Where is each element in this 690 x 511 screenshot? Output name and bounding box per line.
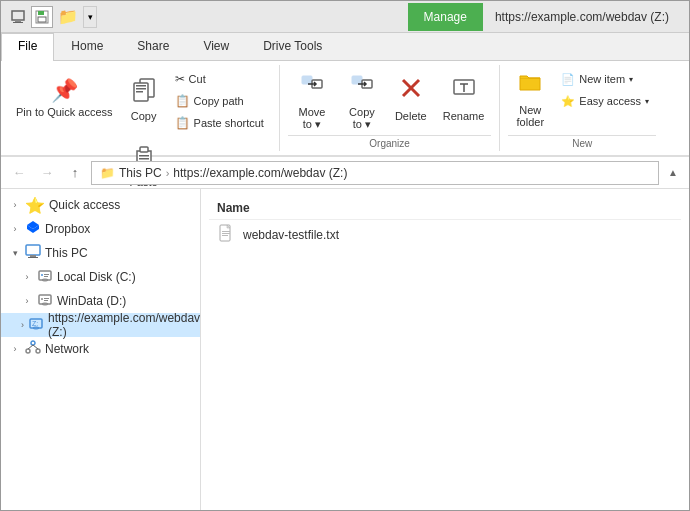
svg-point-31 xyxy=(41,274,43,276)
new-item-button[interactable]: 📄 New item ▾ xyxy=(554,69,656,89)
tab-file[interactable]: File xyxy=(1,33,54,61)
up-button[interactable]: ↑ xyxy=(63,161,87,185)
chevron-webdav-z: › xyxy=(21,319,24,331)
title-bar-icons: 📁 ▾ xyxy=(9,6,97,28)
svg-rect-13 xyxy=(139,155,149,157)
svg-rect-38 xyxy=(44,300,48,301)
table-row[interactable]: webdav-testfile.txt xyxy=(209,220,681,250)
title-url: https://example.com/webdav (Z:) xyxy=(483,10,681,24)
sidebar-item-local-disk-c[interactable]: › Local Disk (C:) xyxy=(1,265,200,289)
svg-rect-4 xyxy=(38,11,44,15)
copy-button[interactable]: Copy xyxy=(122,67,166,133)
name-column-header: Name xyxy=(217,201,250,215)
organize-group: Move to ▾ Copy to ▾ xyxy=(280,65,500,151)
svg-line-45 xyxy=(28,345,33,349)
chevron-windata-d: › xyxy=(21,295,33,307)
dropbox-icon xyxy=(25,219,41,239)
back-button[interactable]: ← xyxy=(7,161,31,185)
chevron-dropbox: › xyxy=(9,223,21,235)
svg-rect-32 xyxy=(44,274,49,275)
svg-point-42 xyxy=(31,341,35,345)
forward-button[interactable]: → xyxy=(35,161,59,185)
folder-icon: 📁 xyxy=(57,6,79,28)
svg-rect-16 xyxy=(302,76,312,84)
save-icon[interactable] xyxy=(31,6,53,28)
delete-button[interactable]: Delete xyxy=(388,65,434,131)
rename-icon xyxy=(450,74,478,108)
sidebar-item-this-pc[interactable]: ▾ This PC xyxy=(1,241,200,265)
collapse-button[interactable]: ▲ xyxy=(663,163,683,183)
ribbon: 📌 Pin to Quick access Co xyxy=(1,61,689,157)
copy-path-button[interactable]: 📋 Copy path xyxy=(168,91,271,111)
tab-drive-tools[interactable]: Drive Tools xyxy=(246,33,339,61)
svg-rect-48 xyxy=(222,231,230,232)
copy-icon xyxy=(132,78,156,108)
manage-tab[interactable]: Manage xyxy=(408,3,483,31)
svg-rect-10 xyxy=(136,91,143,93)
file-name: webdav-testfile.txt xyxy=(243,228,339,242)
svg-rect-28 xyxy=(28,257,38,258)
move-to-icon xyxy=(298,70,326,104)
svg-rect-26 xyxy=(26,245,40,255)
path-separator-1: › xyxy=(166,167,170,179)
paste-shortcut-button[interactable]: 📋 Paste shortcut xyxy=(168,113,271,133)
clipboard-group: 📌 Pin to Quick access Co xyxy=(1,65,280,151)
move-to-button[interactable]: Move to ▾ xyxy=(288,65,336,131)
svg-rect-0 xyxy=(12,11,24,20)
svg-point-44 xyxy=(36,349,40,353)
file-icon xyxy=(217,224,235,246)
local-disk-c-icon xyxy=(37,267,53,287)
svg-line-46 xyxy=(33,345,38,349)
sidebar-item-windata-d[interactable]: › WinData (D:) xyxy=(1,289,200,313)
address-bar: ← → ↑ 📁 This PC › https://example.com/we… xyxy=(1,157,689,189)
tab-home[interactable]: Home xyxy=(54,33,120,61)
svg-rect-50 xyxy=(222,235,228,236)
new-folder-button[interactable]: Newfolder xyxy=(508,65,552,131)
tab-share[interactable]: Share xyxy=(120,33,186,61)
svg-text:Z:: Z: xyxy=(32,320,38,327)
new-group: Newfolder 📄 New item ▾ ⭐ Easy access ▾ N… xyxy=(500,65,664,151)
copy-path-icon: 📋 xyxy=(175,94,190,108)
sidebar-item-quick-access[interactable]: › ⭐ Quick access xyxy=(1,193,200,217)
this-pc-icon xyxy=(25,243,41,263)
network-icon xyxy=(25,339,41,359)
path-webdav: https://example.com/webdav (Z:) xyxy=(173,166,347,180)
quick-access-icon: ⭐ xyxy=(25,196,45,215)
tab-view[interactable]: View xyxy=(186,33,246,61)
sidebar-item-webdav-z[interactable]: › Z: https://example.com/webdav (Z:) xyxy=(1,313,200,337)
toolbar-dropdown[interactable]: ▾ xyxy=(83,6,97,28)
path-folder-icon: 📁 xyxy=(100,166,115,180)
pin-to-quick-access-button[interactable]: 📌 Pin to Quick access xyxy=(9,65,120,131)
windata-d-icon xyxy=(37,291,53,311)
new-label: New xyxy=(508,135,656,151)
svg-rect-27 xyxy=(30,255,36,257)
rename-button[interactable]: Rename xyxy=(436,65,492,131)
cut-button[interactable]: ✂ Cut xyxy=(168,69,271,89)
chevron-this-pc: ▾ xyxy=(9,247,21,259)
file-area: Name webdav-testfile.txt xyxy=(201,189,689,511)
svg-rect-8 xyxy=(136,85,146,87)
ribbon-tabs: File Home Share View Drive Tools xyxy=(1,33,689,61)
svg-rect-18 xyxy=(352,76,362,84)
copy-to-button[interactable]: Copy to ▾ xyxy=(338,65,386,131)
main-layout: › ⭐ Quick access › Dropbox ▾ xyxy=(1,189,689,511)
file-list-header: Name xyxy=(209,197,681,220)
pin-icon: 📌 xyxy=(51,78,78,104)
organize-label: Organize xyxy=(288,135,491,151)
new-item-icon: 📄 xyxy=(561,73,575,86)
paste-shortcut-icon: 📋 xyxy=(175,116,190,130)
svg-rect-33 xyxy=(44,276,48,277)
chevron-local-disk-c: › xyxy=(21,271,33,283)
svg-rect-49 xyxy=(222,233,230,234)
chevron-quick-access: › xyxy=(9,199,21,211)
quick-access-toolbar-icon xyxy=(9,8,27,26)
path-this-pc: This PC xyxy=(119,166,162,180)
webdav-z-icon: Z: xyxy=(28,315,44,335)
sidebar-item-dropbox[interactable]: › Dropbox xyxy=(1,217,200,241)
svg-rect-14 xyxy=(139,158,149,160)
delete-icon xyxy=(397,74,425,108)
address-path[interactable]: 📁 This PC › https://example.com/webdav (… xyxy=(91,161,659,185)
cut-icon: ✂ xyxy=(175,72,185,86)
sidebar-item-network[interactable]: › Network xyxy=(1,337,200,361)
easy-access-button[interactable]: ⭐ Easy access ▾ xyxy=(554,91,656,111)
